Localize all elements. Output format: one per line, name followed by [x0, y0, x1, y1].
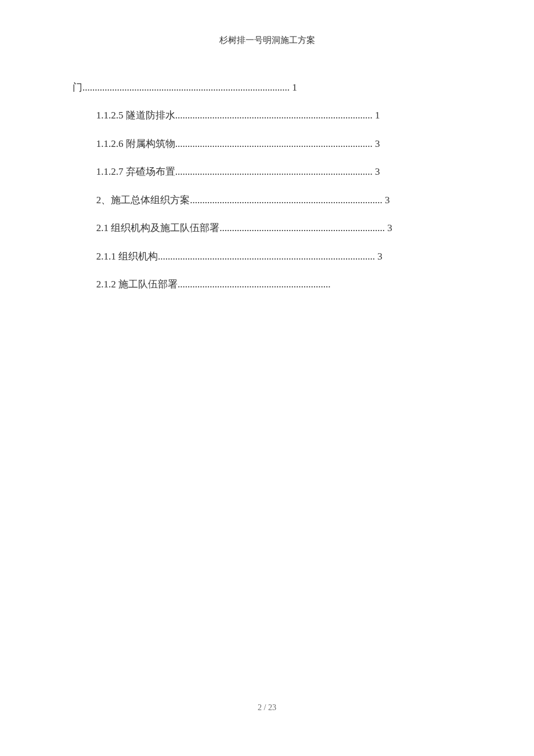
toc-text: 组织机构及施工队伍部署 [111, 222, 219, 233]
toc-page: 3 [387, 222, 392, 233]
toc-text: 施工总体组织方案 [111, 195, 190, 206]
toc-dots: ........................................… [190, 195, 385, 206]
toc-page: 3 [375, 166, 380, 177]
toc-dots: ........................................… [82, 82, 292, 93]
toc-entry: 1.1.2.7 弃碴场布置...........................… [73, 158, 461, 186]
toc-page: 1 [375, 110, 380, 121]
toc-dots: ........................................… [219, 222, 387, 233]
toc-prefix: 2.1.2 [96, 279, 118, 290]
toc-page: 1 [292, 82, 297, 93]
toc-entry: 2.1 组织机构及施工队伍部署.........................… [73, 214, 461, 242]
toc-prefix: 1.1.2.7 [96, 166, 126, 177]
document-page: 杉树排一号明洞施工方案 门...........................… [0, 0, 534, 299]
toc-text: 施工队伍部署 [118, 279, 178, 290]
page-number: 2 / 23 [258, 703, 276, 712]
toc-text: 隧道防排水 [126, 110, 175, 121]
toc-dots: ........................................… [175, 110, 375, 121]
toc-dots: ........................................… [175, 138, 375, 149]
toc-entry: 1.1.2.6 附属构筑物...........................… [73, 130, 461, 158]
toc-prefix: 2.1.1 [96, 251, 118, 262]
toc-page: 3 [377, 251, 383, 262]
toc-text: 门 [73, 82, 82, 93]
toc-entry: 2.1.1 组织机构..............................… [73, 243, 461, 271]
toc-prefix: 1.1.2.5 [96, 110, 126, 121]
toc-content: 门.......................................… [73, 74, 461, 299]
toc-page: 3 [385, 195, 390, 206]
toc-prefix: 2、 [96, 195, 111, 206]
toc-dots: ........................................… [175, 166, 375, 177]
toc-entry: 2.1.2 施工队伍部署............................… [73, 271, 461, 298]
toc-entry: 1.1.2.5 隧道防排水...........................… [73, 102, 461, 129]
toc-text: 弃碴场布置 [126, 166, 175, 177]
toc-prefix: 2.1 [96, 222, 111, 233]
page-footer: 2 / 23 [0, 703, 534, 712]
toc-entry: 门.......................................… [73, 74, 461, 102]
toc-text: 附属构筑物 [126, 138, 175, 149]
page-header-title: 杉树排一号明洞施工方案 [73, 35, 461, 46]
toc-dots: ........................................… [158, 251, 377, 262]
toc-dots: ........................................… [178, 279, 331, 290]
toc-entry: 2、施工总体组织方案..............................… [73, 186, 461, 214]
toc-text: 组织机构 [118, 251, 158, 262]
toc-page: 3 [375, 138, 380, 149]
toc-prefix: 1.1.2.6 [96, 138, 126, 149]
